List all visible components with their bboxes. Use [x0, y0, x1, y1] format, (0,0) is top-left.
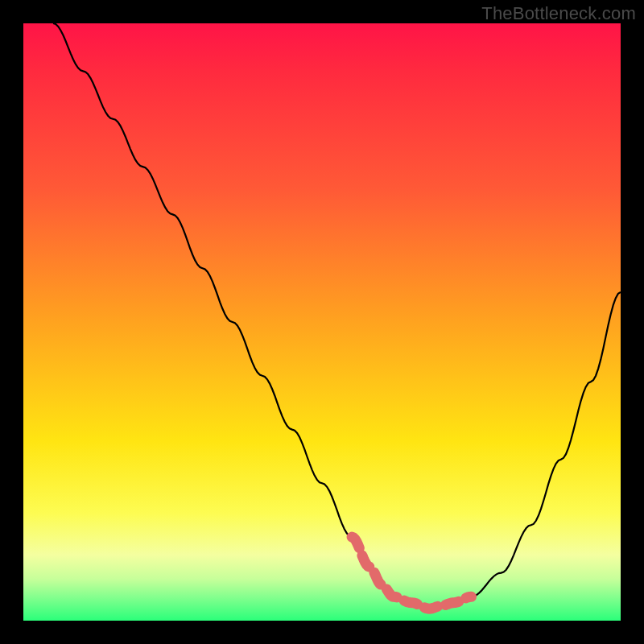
plot-area	[23, 23, 621, 621]
curve-highlight	[352, 537, 471, 609]
chart-frame: TheBottleneck.com	[0, 0, 644, 644]
watermark-text: TheBottleneck.com	[481, 3, 636, 24]
bottleneck-curve	[23, 23, 621, 621]
curve-path	[53, 23, 621, 609]
